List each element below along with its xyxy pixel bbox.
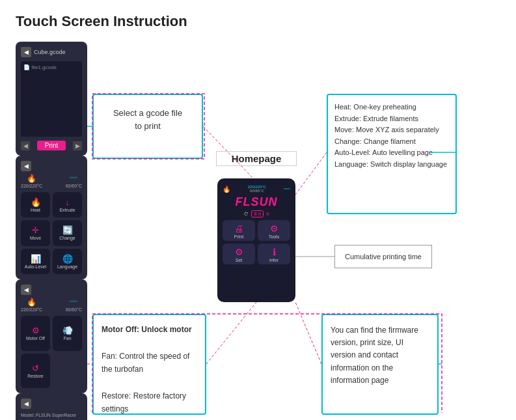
file-list: 📄 file1.gcode — [21, 61, 82, 137]
file-device-panel: ◀ Cube.gcode 📄 file1.gcode ◀ Print ▶ — [16, 42, 87, 156]
motoroff-icon: ⚙ — [32, 326, 40, 335]
fan-btn-icon: 💨 — [62, 326, 73, 335]
tools-icon: ⚙ — [270, 223, 278, 234]
model-info: Model: FLSUN SuperRacer — [21, 412, 82, 419]
extrude-device-label: Extrude — [59, 208, 75, 212]
bot-right-desc-text: You can find the firmware version, print… — [323, 315, 437, 396]
extrude-icon: ↓ — [65, 197, 70, 207]
cumulative-text: Cumulative printing time — [345, 253, 422, 260]
bot-left-desc-text: Motor Off: Unlock motor Fan: Control the… — [94, 315, 205, 420]
change-device-label: Change — [59, 236, 75, 240]
restore-btn[interactable]: ↺ Restore — [21, 354, 50, 389]
heat-device-label: Heat — [31, 208, 40, 212]
heat-device-btn[interactable]: 🔥 Heat — [21, 192, 50, 217]
next-button[interactable]: ▶ — [73, 141, 82, 150]
bot-left-device-panel: ◀ 🔥 220/220°C 〰 60/60°C ⚙ Motor Off 💨 Fa… — [16, 279, 87, 393]
fan-desc: Fan: Control the speed of the turbofan — [102, 352, 189, 374]
temp1-bl: 220/220°C — [21, 307, 42, 312]
set-icon: ⚙ — [235, 247, 243, 257]
motoroff-btn[interactable]: ⚙ Motor Off — [21, 316, 50, 351]
homepage-label: Homepage — [216, 151, 297, 166]
info-icon: ℹ — [273, 247, 276, 257]
hours-icon: h — [266, 211, 269, 217]
top-right-back-button[interactable]: ◀ — [21, 161, 31, 171]
move-device-label: Move — [30, 236, 41, 240]
move-icon: ✛ — [32, 225, 39, 235]
page-title: Touch Screen Instruction — [16, 13, 500, 30]
fan-icon-bl: 〰 — [70, 298, 77, 307]
move-desc: Move: Move XYZ axis separately — [334, 126, 439, 133]
bot-right-desc-panel: You can find the firmware version, print… — [321, 314, 439, 415]
phone-temp2: 60/60°C — [248, 189, 266, 193]
select-gcode-text: Select a gcode fileto print — [94, 95, 202, 144]
change-desc: Change: Change filament — [334, 137, 416, 145]
svg-line-2 — [295, 152, 327, 195]
temp2-bl: 60/60°C — [66, 307, 82, 312]
svg-line-7 — [295, 302, 321, 364]
language-desc: Language: Switch display language — [334, 160, 447, 168]
tools-btn[interactable]: ⚙ Tools — [258, 220, 290, 241]
bot-left-desc-panel: Motor Off: Unlock motor Fan: Control the… — [92, 314, 206, 415]
language-icon: 🌐 — [62, 254, 73, 264]
restore-label: Restore — [27, 374, 44, 378]
bot-left-back-button[interactable]: ◀ — [21, 285, 31, 295]
fan-icon-tr: 〰 — [70, 174, 77, 183]
infor-btn[interactable]: ℹ Infor — [258, 244, 290, 264]
print-icon: 🖨 — [234, 223, 243, 234]
file-item[interactable]: 📄 file1.gcode — [23, 64, 79, 71]
autolevel-device-btn[interactable]: 📊 Auto-Level — [21, 249, 50, 274]
heat-icon-device: 🔥 — [31, 197, 41, 207]
top-right-device-panel: ◀ 🔥 220/220°C 〰 60/60°C 🔥 Heat ↓ Extrude… — [16, 156, 87, 279]
info-back-button[interactable]: ◀ — [21, 399, 31, 409]
back-button[interactable]: ◀ — [21, 47, 31, 57]
autolevel-icon: 📊 — [31, 254, 41, 264]
restore-icon: ↺ — [32, 363, 39, 373]
print-btn[interactable]: 🖨 Print — [223, 220, 255, 241]
heat-icon-bl: 🔥 — [27, 298, 36, 307]
print-button[interactable]: Print — [37, 141, 66, 150]
phone-logo: FLSUN — [236, 195, 278, 209]
tools-label: Tools — [269, 234, 279, 239]
extrude-desc: Extrude: Extrude filaments — [334, 115, 418, 122]
top-right-desc-text: Heat: One-key preheating Extrude: Extrud… — [328, 95, 455, 177]
center-phone: 🔥 220/220°C 60/60°C 〰 FLSUN ⏱ 8 h h 🖨 Pr… — [217, 178, 295, 302]
set-btn[interactable]: ⚙ Set — [223, 244, 255, 264]
restore-desc: Restore: Restore factory settings — [102, 391, 186, 413]
svg-line-6 — [206, 302, 256, 364]
set-label: Set — [236, 258, 243, 262]
cumulative-time: 8 h — [251, 210, 264, 217]
phone-fan-icon: 〰 — [284, 186, 290, 193]
filename-label: Cube.gcode — [34, 49, 66, 55]
change-device-btn[interactable]: 🔄 Change — [53, 220, 82, 245]
bot-right-device-panel: ◀ Model: FLSUN SuperRacer Printing Size:… — [16, 393, 87, 420]
motoroff-label: Motor Off — [26, 336, 45, 341]
autolevel-device-label: Auto-Level — [25, 264, 46, 269]
autolevel-desc: Auto-Level: Auto levelling page — [334, 148, 433, 156]
temp1-tr: 220/220°C — [21, 184, 42, 188]
phone-heat-icon: 🔥 — [223, 186, 230, 193]
heat-desc: Heat: One-key preheating — [334, 103, 416, 111]
extrude-device-btn[interactable]: ↓ Extrude — [53, 192, 82, 217]
print-label: Print — [234, 234, 243, 239]
change-icon: 🔄 — [62, 225, 73, 235]
infor-label: Infor — [269, 258, 278, 262]
fan-btn[interactable]: 💨 Fan — [53, 316, 82, 351]
top-right-desc-panel: Heat: One-key preheating Extrude: Extrud… — [327, 94, 457, 214]
temp2-tr: 60/60°C — [66, 184, 82, 188]
select-gcode-panel: Select a gcode fileto print — [92, 94, 203, 159]
move-device-btn[interactable]: ✛ Move — [21, 220, 50, 245]
fan-label: Fan — [63, 336, 71, 341]
cumulative-callout: Cumulative printing time — [334, 245, 432, 268]
motoroff-desc: Motor Off: Unlock motor — [102, 325, 192, 334]
language-device-btn[interactable]: 🌐 Language — [53, 249, 82, 274]
heat-icon-tr: 🔥 — [27, 174, 36, 183]
prev-button[interactable]: ◀ — [21, 141, 30, 150]
clock-icon: ⏱ — [243, 211, 249, 217]
language-device-label: Language — [57, 264, 77, 269]
